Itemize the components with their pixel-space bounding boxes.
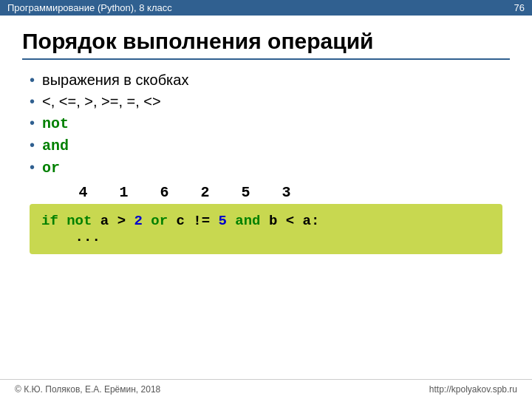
top-bar: Программирование (Python), 8 класс 76 xyxy=(0,0,532,16)
num-5: 5 xyxy=(225,184,266,201)
bullet-text-and: and xyxy=(42,137,69,154)
bullet-text: выражения в скобках xyxy=(42,72,188,89)
num-3: 3 xyxy=(266,184,307,201)
code-block: if not a > 2 or c != 5 and b < a: ... xyxy=(30,204,502,254)
num-6: 6 xyxy=(144,184,185,201)
list-item: and xyxy=(30,137,510,154)
course-title: Программирование (Python), 8 класс xyxy=(7,2,172,13)
code-space2 xyxy=(143,213,151,229)
code-if: if xyxy=(41,213,66,229)
code-space4 xyxy=(227,213,235,229)
bullet-text-not: not xyxy=(42,115,69,132)
code-not: not xyxy=(66,213,92,229)
code-or: or xyxy=(151,213,168,229)
code-line-2: ... xyxy=(41,229,491,245)
code-b-a: b < a: xyxy=(261,213,320,229)
num-1: 1 xyxy=(103,184,144,201)
page-number: 76 xyxy=(514,2,525,13)
bullet-text-or: or xyxy=(42,160,60,177)
numbers-row: 4 1 6 2 5 3 xyxy=(63,184,510,201)
list-item: not xyxy=(30,115,510,132)
num-2: 2 xyxy=(185,184,225,201)
code-space1: a > xyxy=(92,213,134,229)
bullet-list: выражения в скобках <, <=, >, >=, =, <> … xyxy=(30,72,510,177)
code-and: and xyxy=(235,213,260,229)
footer-url: http://kpolyakov.spb.ru xyxy=(429,384,517,395)
footer: © К.Ю. Поляков, Е.А. Ерёмин, 2018 http:/… xyxy=(0,379,532,399)
num-4: 4 xyxy=(63,184,103,201)
code-ellipsis: ... xyxy=(41,229,100,245)
slide-area: Порядок выполнения операций выражения в … xyxy=(0,16,532,262)
bullet-text: <, <=, >, >=, =, <> xyxy=(42,93,161,110)
list-item: or xyxy=(30,159,510,177)
code-2: 2 xyxy=(134,213,142,229)
slide-title: Порядок выполнения операций xyxy=(22,29,510,60)
code-5: 5 xyxy=(219,213,227,229)
footer-copyright: © К.Ю. Поляков, Е.А. Ерёмин, 2018 xyxy=(15,384,160,395)
code-space3: c != xyxy=(168,213,218,229)
list-item: выражения в скобках xyxy=(30,72,510,89)
list-item: <, <=, >, >=, =, <> xyxy=(30,93,510,110)
code-line-1: if not a > 2 or c != 5 and b < a: xyxy=(41,213,491,229)
